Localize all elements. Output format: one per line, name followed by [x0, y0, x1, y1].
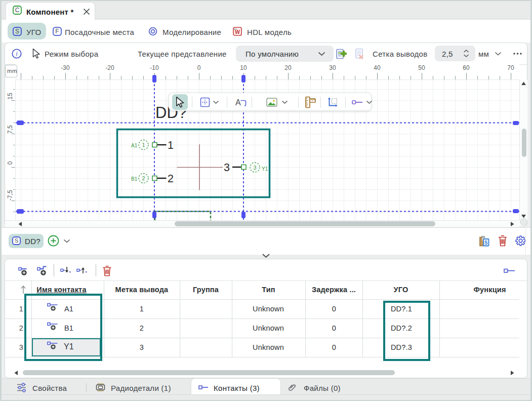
- svg-text:2: 2: [168, 173, 174, 185]
- svg-text:C: C: [15, 7, 20, 14]
- svg-text:W: W: [235, 29, 240, 35]
- svg-text:1: 1: [168, 139, 174, 151]
- svg-text:3: 3: [253, 165, 256, 171]
- svg-text:S: S: [15, 28, 19, 35]
- svg-text:Y1: Y1: [262, 166, 268, 172]
- svg-text:2: 2: [142, 175, 145, 181]
- svg-text:S: S: [15, 237, 19, 244]
- svg-text:i: i: [16, 50, 18, 57]
- svg-text:A1: A1: [131, 143, 138, 148]
- svg-text:F: F: [55, 28, 59, 35]
- svg-text:S: S: [484, 240, 488, 246]
- svg-text:B1: B1: [131, 176, 138, 182]
- svg-text:A: A: [235, 98, 241, 107]
- svg-text:3: 3: [224, 162, 230, 174]
- svg-text:1: 1: [142, 142, 145, 148]
